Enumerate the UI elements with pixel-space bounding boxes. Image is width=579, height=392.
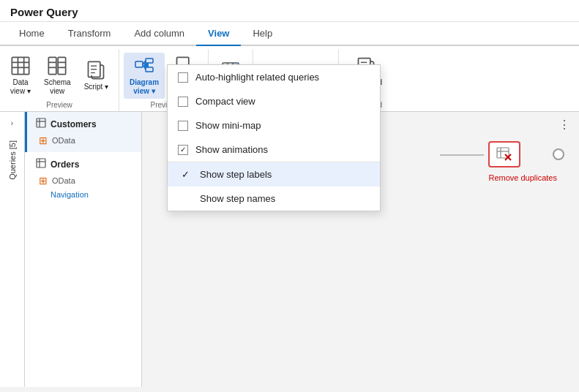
ribbon-group-preview: Dataview ▾ Schemaview <box>0 49 119 111</box>
tab-bar: Home Transform Add column View Help <box>0 22 579 46</box>
table-icon-customers <box>36 118 46 130</box>
query-item-orders-sub: ⊞ OData <box>36 175 132 186</box>
svg-rect-16 <box>146 59 153 63</box>
schema-view-label: Schemaview <box>44 78 71 96</box>
auto-highlight-checkbox[interactable] <box>178 72 188 83</box>
tab-transform[interactable]: Transform <box>56 22 123 45</box>
schema-view-button[interactable]: Schemaview <box>38 53 77 99</box>
dropdown-item-auto-highlight[interactable]: Auto-highlight related queries <box>168 65 380 89</box>
table-icon <box>10 56 31 76</box>
query-item-orders[interactable]: Orders ⊞ OData Navigation <box>25 152 141 206</box>
query-item-customers-sub: ⊞ OData <box>36 135 132 146</box>
dropdown-item-show-step-labels[interactable]: ✓ Show step labels <box>168 162 380 186</box>
odata-icon-customers: ⊞ <box>39 135 48 146</box>
script-label: Script ▾ <box>84 83 108 91</box>
tab-home[interactable]: Home <box>7 22 56 45</box>
odata-label-orders: OData <box>52 176 75 185</box>
step-labels-check-mark: ✓ <box>178 169 193 180</box>
step-node <box>488 141 520 167</box>
odata-icon-orders: ⊞ <box>39 175 48 186</box>
svg-rect-35 <box>37 118 45 127</box>
diagram-view-dropdown: Auto-highlight related queries Compact v… <box>167 64 381 211</box>
query-item-orders-header: Orders <box>36 158 132 170</box>
remove-duplicates-label: Remove duplicates <box>488 173 557 182</box>
tab-view[interactable]: View <box>196 22 241 45</box>
ribbon-group-preview-buttons: Dataview ▾ Schemaview <box>4 52 114 99</box>
svg-rect-5 <box>49 57 57 74</box>
script-icon <box>86 60 106 80</box>
data-view-label: Dataview ▾ <box>10 78 31 96</box>
compact-view-checkbox[interactable] <box>178 97 188 107</box>
script-button[interactable]: Script ▾ <box>78 57 114 94</box>
compact-view-label: Compact view <box>195 96 255 107</box>
query-item-customers-header: Customers <box>36 118 132 130</box>
sidebar: › Queries [5] <box>0 112 25 387</box>
sidebar-queries-label: Queries [5] <box>8 140 17 180</box>
diagram-view-label: Diagramview ▾ <box>130 78 159 96</box>
show-animations-checkbox[interactable]: ✓ <box>178 145 188 155</box>
show-animations-label: Show animations <box>195 144 268 155</box>
three-dots-menu[interactable]: ⋮ <box>559 118 570 132</box>
query-item-customers[interactable]: Customers ⊞ OData <box>25 112 141 152</box>
auto-highlight-label: Auto-highlight related queries <box>195 72 319 83</box>
tab-add-column[interactable]: Add column <box>122 22 196 45</box>
navigation-link[interactable]: Navigation <box>51 190 89 199</box>
tab-help[interactable]: Help <box>241 22 284 45</box>
mini-map-checkbox[interactable] <box>178 121 188 131</box>
show-step-labels-label: Show step labels <box>200 169 272 180</box>
diagram-view-button[interactable]: Diagramview ▾ <box>124 53 165 99</box>
step-connector <box>440 154 484 156</box>
dropdown-item-show-animations[interactable]: ✓ Show animations <box>168 137 380 162</box>
svg-rect-0 <box>12 57 29 74</box>
dropdown-item-compact-view[interactable]: Compact view <box>168 89 380 113</box>
customers-label: Customers <box>51 119 97 129</box>
circle-node <box>553 148 564 160</box>
svg-rect-20 <box>144 63 149 67</box>
svg-rect-17 <box>146 67 153 72</box>
odata-label-customers: OData <box>52 136 75 145</box>
mini-map-label: Show mini-map <box>195 120 261 131</box>
preview-group-label: Preview <box>46 101 72 111</box>
app-title: Power Query <box>0 0 579 22</box>
query-list: Customers ⊞ OData Orders ⊞ OData Navigat… <box>25 112 142 387</box>
svg-rect-38 <box>37 159 45 167</box>
dropdown-item-mini-map[interactable]: Show mini-map <box>168 113 380 137</box>
diagram-icon <box>134 56 154 76</box>
step-icon-box <box>488 141 520 167</box>
svg-rect-15 <box>135 61 143 67</box>
svg-rect-8 <box>59 57 67 74</box>
table-icon-orders <box>36 158 46 170</box>
show-step-names-label: Show step names <box>200 193 275 204</box>
data-view-button[interactable]: Dataview ▾ <box>4 53 37 99</box>
schema-icon <box>47 56 67 76</box>
dropdown-item-show-step-names[interactable]: Show step names <box>168 186 380 211</box>
orders-label: Orders <box>51 159 79 170</box>
sidebar-collapse-arrow[interactable]: › <box>11 119 13 127</box>
